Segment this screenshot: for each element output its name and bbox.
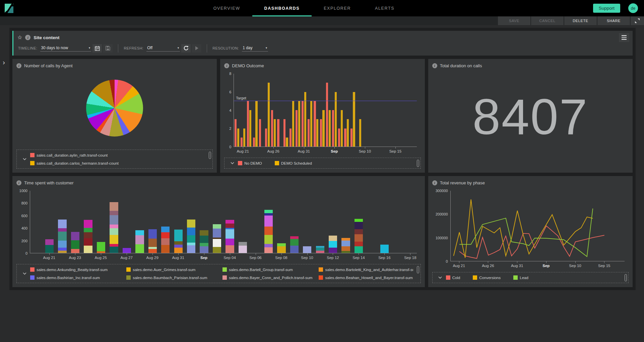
bar-segment[interactable] bbox=[316, 251, 324, 253]
share-button[interactable]: SHARE bbox=[597, 16, 630, 25]
bar-segment[interactable] bbox=[161, 227, 170, 232]
bar-demo-scheduled[interactable] bbox=[322, 110, 324, 147]
cancel-button[interactable]: CANCEL bbox=[531, 16, 564, 25]
bar-segment[interactable] bbox=[355, 219, 363, 222]
bar-segment[interactable] bbox=[213, 229, 221, 237]
legend-item[interactable]: sales.demo.Ankunding_Beatty.transf-sum bbox=[30, 267, 124, 272]
legend-item[interactable]: sales.demo.Bashirian_Inc.transf-sum bbox=[30, 275, 124, 280]
legend-item[interactable]: Cold bbox=[446, 275, 460, 280]
bar-demo-scheduled[interactable] bbox=[359, 119, 361, 147]
bar-segment[interactable] bbox=[213, 224, 221, 229]
legend-scrollbar[interactable] bbox=[625, 274, 627, 281]
bar-segment[interactable] bbox=[110, 225, 118, 228]
bar-segment[interactable] bbox=[264, 227, 273, 235]
stacked-bar[interactable] bbox=[45, 239, 54, 253]
bar-segment[interactable] bbox=[71, 240, 79, 249]
bar-segment[interactable] bbox=[290, 236, 299, 239]
bar-segment[interactable] bbox=[316, 248, 324, 250]
delete-button[interactable]: DELETE bbox=[564, 16, 597, 25]
bar-demo-scheduled[interactable] bbox=[243, 129, 245, 147]
bar-segment[interactable] bbox=[264, 216, 273, 227]
bar-no-demo[interactable] bbox=[241, 138, 243, 147]
bar-segment[interactable] bbox=[58, 248, 66, 250]
bar-demo-scheduled[interactable] bbox=[249, 110, 251, 147]
legend-item[interactable]: sales.demo.Auer_Grimes.transf-sum bbox=[126, 267, 220, 272]
bar-no-demo[interactable] bbox=[332, 110, 334, 147]
bar-segment[interactable] bbox=[303, 246, 311, 253]
legend-item[interactable]: sales.demo.Bayer_Conn_and_Pollich.transf… bbox=[222, 275, 317, 280]
bar-segment[interactable] bbox=[58, 220, 66, 228]
stacked-bar[interactable] bbox=[303, 246, 311, 253]
stacked-bar[interactable] bbox=[97, 242, 105, 253]
bar-segment[interactable] bbox=[174, 241, 183, 245]
expand-button[interactable] bbox=[631, 16, 644, 25]
dashboard-menu-button[interactable] bbox=[619, 33, 629, 42]
bar-segment[interactable] bbox=[341, 241, 350, 246]
legend-scrollbar[interactable] bbox=[417, 160, 419, 167]
bar-segment[interactable] bbox=[187, 243, 195, 245]
bar-segment[interactable] bbox=[174, 245, 183, 248]
bar-segment[interactable] bbox=[355, 234, 363, 241]
bar-segment[interactable] bbox=[135, 230, 144, 235]
series-line-conversions[interactable] bbox=[453, 199, 592, 258]
bar-segment[interactable] bbox=[200, 246, 208, 253]
bar-no-demo[interactable] bbox=[302, 101, 304, 147]
bar-segment[interactable] bbox=[110, 202, 118, 211]
bar-segment[interactable] bbox=[84, 238, 92, 245]
bar-segment[interactable] bbox=[290, 246, 299, 253]
bar-no-demo[interactable] bbox=[265, 129, 267, 147]
stacked-bar[interactable] bbox=[226, 220, 234, 253]
bar-no-demo[interactable] bbox=[338, 129, 340, 147]
bar-no-demo[interactable] bbox=[308, 119, 310, 147]
bar-segment[interactable] bbox=[45, 239, 54, 245]
bar-segment[interactable] bbox=[161, 238, 170, 245]
legend-item[interactable]: Lead bbox=[513, 275, 528, 280]
refresh-dropdown[interactable]: Off▾ bbox=[146, 45, 180, 52]
favorite-star-icon[interactable]: ☆ bbox=[17, 35, 22, 40]
bar-segment[interactable] bbox=[200, 236, 208, 243]
bar-no-demo[interactable] bbox=[320, 119, 322, 147]
bar-no-demo[interactable] bbox=[314, 101, 316, 147]
bar-segment[interactable] bbox=[341, 238, 350, 240]
bar-segment[interactable] bbox=[123, 248, 131, 253]
legend-collapse-chevron[interactable] bbox=[227, 161, 238, 165]
bar-segment[interactable] bbox=[226, 239, 234, 245]
bar-segment[interactable] bbox=[355, 242, 363, 246]
bar-segment[interactable] bbox=[329, 248, 337, 253]
bar-demo-scheduled[interactable] bbox=[304, 92, 306, 147]
bar-segment[interactable] bbox=[45, 245, 54, 253]
stacked-bar[interactable] bbox=[213, 224, 221, 253]
bar-segment[interactable] bbox=[97, 251, 105, 253]
app-logo-icon[interactable] bbox=[4, 3, 15, 14]
bar-segment[interactable] bbox=[226, 220, 234, 223]
stacked-bar[interactable] bbox=[58, 220, 66, 253]
bar-segment[interactable] bbox=[264, 244, 273, 247]
bar-segment[interactable] bbox=[148, 229, 157, 239]
bar-no-demo[interactable] bbox=[277, 119, 279, 147]
bar-segment[interactable] bbox=[110, 228, 118, 235]
bar-demo-scheduled[interactable] bbox=[237, 129, 239, 147]
stacked-bar[interactable] bbox=[110, 202, 118, 253]
nav-tab-explorer[interactable]: EXPLORER bbox=[312, 0, 363, 16]
bar-no-demo[interactable] bbox=[326, 83, 328, 147]
bar-no-demo[interactable] bbox=[235, 119, 237, 147]
legend-item[interactable]: sales.demo.Bartell_Group.transf-sum bbox=[222, 267, 317, 272]
bar-segment[interactable] bbox=[84, 246, 92, 253]
stacked-bar[interactable] bbox=[264, 210, 273, 253]
nav-tab-overview[interactable]: OVERVIEW bbox=[201, 0, 252, 16]
stacked-bar[interactable] bbox=[316, 246, 324, 253]
bar-segment[interactable] bbox=[58, 251, 66, 253]
stacked-bar[interactable] bbox=[239, 242, 247, 253]
legend-item[interactable]: sales.call_duration.carlos_hermann.trans… bbox=[30, 161, 205, 165]
bar-no-demo[interactable] bbox=[344, 129, 346, 147]
bar-segment[interactable] bbox=[110, 215, 118, 225]
bar-demo-scheduled[interactable] bbox=[286, 138, 288, 147]
bar-segment[interactable] bbox=[277, 246, 285, 253]
stacked-bar[interactable] bbox=[174, 230, 183, 253]
bar-segment[interactable] bbox=[329, 236, 337, 241]
bar-demo-scheduled[interactable] bbox=[347, 119, 349, 147]
bar-segment[interactable] bbox=[380, 245, 389, 253]
legend-item[interactable]: sales.call_duration.aylin_rath.transf-co… bbox=[30, 153, 205, 157]
bar-segment[interactable] bbox=[290, 239, 299, 246]
bar-segment[interactable] bbox=[226, 224, 234, 228]
